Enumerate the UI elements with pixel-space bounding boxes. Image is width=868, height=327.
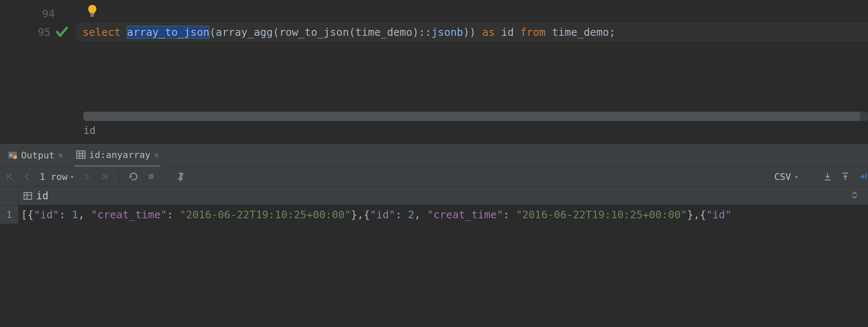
export-format-dropdown[interactable]: CSV ▾ — [774, 172, 804, 182]
svg-rect-9 — [149, 174, 154, 179]
editor-pane: 94 95 select array_to_json(array_agg(row… — [0, 0, 868, 143]
results-pane: Output ✕ id:anyarray ✕ 1 row ▾ — [0, 143, 868, 327]
pin-button[interactable] — [175, 172, 185, 182]
type-jsonb: jsonb — [431, 26, 463, 38]
svg-rect-10 — [24, 193, 32, 199]
prev-page-button[interactable] — [22, 172, 32, 182]
paren: ( — [273, 26, 279, 38]
close-icon[interactable]: ✕ — [58, 150, 63, 160]
code-line-94[interactable] — [76, 4, 868, 23]
cast-op: ):: — [413, 26, 431, 38]
line-number: 95 — [34, 26, 51, 38]
gutter: 94 95 — [0, 0, 76, 143]
more-button[interactable] — [858, 172, 868, 182]
ident-time-demo: time_demo — [355, 26, 412, 38]
table-time-demo: time_demo — [552, 26, 609, 38]
semicolon: ; — [609, 26, 615, 38]
gutter-row-95: 95 — [0, 23, 76, 41]
sort-icon[interactable] — [851, 190, 858, 202]
svg-point-3 — [13, 155, 17, 159]
column-header-id[interactable]: id — [19, 187, 868, 205]
close-icon[interactable]: ✕ — [154, 150, 159, 160]
chevron-down-icon: ▾ — [70, 173, 74, 181]
paren: ) — [463, 26, 469, 38]
keyword-as: as — [482, 26, 501, 38]
alias-id: id — [501, 26, 520, 38]
console-icon — [8, 150, 18, 160]
selection-array-to-json: array_to_json — [127, 26, 209, 39]
column-type-icon — [23, 191, 33, 201]
svg-rect-4 — [77, 151, 85, 158]
next-page-button[interactable] — [82, 172, 92, 182]
export-download-button[interactable] — [822, 172, 833, 182]
row-count-dropdown[interactable]: 1 row ▾ — [40, 172, 74, 182]
results-tabs: Output ✕ id:anyarray ✕ — [0, 144, 868, 166]
first-page-button[interactable] — [4, 172, 14, 182]
row-number-cell[interactable]: 1 — [0, 205, 19, 224]
tab-output-label: Output — [21, 150, 54, 161]
horizontal-scrollbar[interactable] — [83, 112, 868, 121]
stop-button[interactable] — [146, 172, 156, 182]
row-number-header[interactable] — [0, 187, 19, 205]
keyword-from: from — [520, 26, 552, 38]
paren: ) — [469, 26, 482, 38]
tab-result-label: id:anyarray — [89, 150, 151, 160]
tab-output[interactable]: Output ✕ — [6, 144, 65, 166]
parameter-hint: id — [83, 125, 96, 137]
empty-results-area — [0, 224, 868, 327]
column-header-row: id — [0, 187, 868, 205]
gutter-row-94: 94 — [0, 4, 76, 23]
chevron-down-icon: ▾ — [794, 173, 798, 181]
fn-row-to-json: row_to_json — [279, 26, 349, 38]
export-upload-button[interactable] — [840, 172, 850, 182]
data-cell-id[interactable]: [{"id": 1, "creat_time": "2016-06-22T19:… — [19, 205, 868, 224]
scrollbar-thumb[interactable] — [83, 112, 860, 121]
last-page-button[interactable] — [99, 172, 110, 182]
reload-button[interactable] — [129, 172, 139, 182]
paren: ( — [349, 26, 355, 38]
export-format-label: CSV — [774, 172, 791, 182]
column-header-label: id — [36, 190, 48, 202]
code-area[interactable]: select array_to_json(array_agg(row_to_js… — [76, 0, 868, 143]
checkmark-icon[interactable] — [55, 25, 69, 39]
keyword-select: select — [83, 26, 127, 38]
line-number: 94 — [38, 8, 55, 20]
table-row[interactable]: 1 [{"id": 1, "creat_time": "2016-06-22T1… — [0, 205, 868, 224]
results-toolbar: 1 row ▾ CSV ▾ — [0, 166, 868, 187]
fn-array-agg: array_agg — [216, 26, 273, 38]
tab-result[interactable]: id:anyarray ✕ — [74, 144, 161, 167]
code-line-95[interactable]: select array_to_json(array_agg(row_to_js… — [76, 23, 868, 41]
paren: ( — [209, 26, 216, 38]
table-icon — [76, 150, 86, 160]
row-count-label: 1 row — [40, 172, 67, 182]
